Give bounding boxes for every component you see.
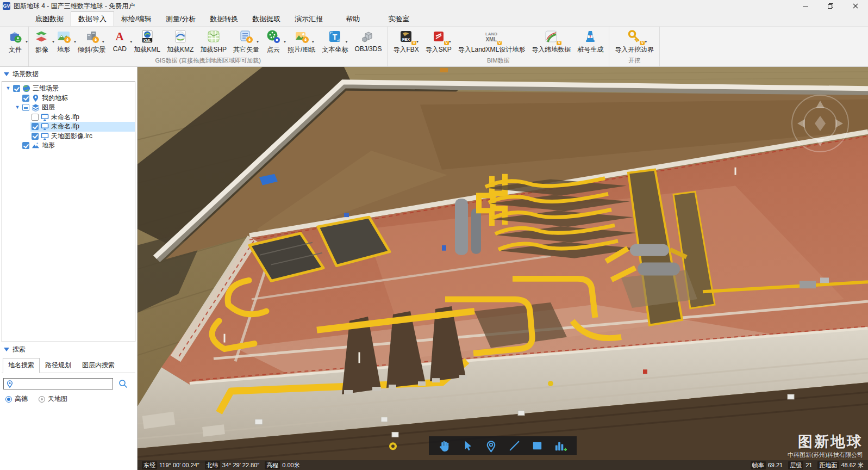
vip-badge: V [640,41,645,45]
draw-rectangle-tool-button[interactable] [530,438,545,453]
weidi-icon: V [544,29,559,44]
text-coord-button[interactable]: T▾文本坐标 [319,28,351,55]
map-viewport[interactable]: 图新地球 中科图新(苏州)科技有限公司 东经119° 00′ 00.24″北纬3… [138,67,868,470]
tree-item-label: 未命名.lfp [51,113,79,122]
provider-radio-1[interactable]: 天地图 [39,394,67,404]
visibility-checkbox[interactable] [22,142,29,149]
window-controls [793,0,868,12]
ribbon-tab-4[interactable]: 数据转换 [203,12,245,26]
search-panel-header[interactable]: 搜索 [0,342,137,356]
tree-item-label: 天地图影像.lrc [51,132,92,141]
expand-arrow-icon[interactable]: ▼ [4,86,12,91]
ribbon-tab-1[interactable]: 数据导入 [71,11,114,26]
visibility-checkbox[interactable] [32,123,39,130]
oblique-button[interactable]: ▾倾斜/实景 [74,28,109,55]
radio-label: 天地图 [48,394,67,404]
ribbon-button-label: 导入开挖边界 [615,45,654,54]
kml-icon: KML [140,29,155,44]
app-logo-icon: GV [3,2,10,10]
file-button[interactable]: ▾文件 [4,28,26,55]
pan-hand-tool-button[interactable] [438,438,452,453]
visibility-checkbox[interactable] [22,95,29,102]
weidi-button[interactable]: V导入纬地数据 [528,28,574,55]
obj3ds-button[interactable]: OBJ/3DS [351,28,385,53]
provider-radio-0[interactable]: 高德 [5,394,28,404]
kml-button[interactable]: KML加载KML [130,28,164,55]
stats-chart-tool-button[interactable] [554,438,568,453]
ribbon-tab-8[interactable]: 实验室 [381,12,416,26]
ribbon-tab-2[interactable]: 标绘/编辑 [114,12,159,26]
landxml-button[interactable]: LANDXMLV导入LandXML设计地形 [455,28,528,55]
cad-button[interactable]: A▾CAD [109,28,130,53]
tree-item[interactable]: ▼图层 [2,103,135,113]
ribbon-tab-7[interactable]: 帮助 [339,12,367,26]
placemark-tool-button[interactable] [484,438,498,453]
photo-button[interactable]: ▾照片/图纸 [284,28,319,55]
dropdown-arrow-icon: ▾ [416,40,419,44]
dropdown-arrow-icon: ▾ [102,40,104,44]
tree-item-label: 地形 [42,141,55,150]
status-value: 119° 00′ 00.24″ [157,462,199,468]
visibility-checkbox[interactable] [13,85,20,92]
compass-navigation-widget[interactable] [788,91,853,158]
ribbon-toolbar: ▾文件▾影像▾地形▾倾斜/实景A▾CADKML加载KML加载KMZ加载SHP▾其… [0,26,868,67]
ribbon-tab-6[interactable]: 演示汇报 [288,12,330,26]
status-label: 距地面 [817,461,839,469]
skp-button[interactable]: V▾导入SKP [422,28,455,55]
visibility-checkbox[interactable] [32,133,39,140]
kmz-button[interactable]: 加载KMZ [164,28,197,55]
restore-icon [827,3,834,9]
terrain-load-button[interactable]: ▾地形 [53,28,74,55]
stake-button[interactable]: 3桩号生成 [574,28,607,55]
minimize-button[interactable] [793,0,818,12]
radio-icon [5,396,12,403]
ribbon-button-label: 加载KMZ [167,45,193,54]
dropdown-arrow-icon: ▾ [449,40,451,44]
search-provider-radios: 高德天地图 [5,394,132,404]
excavation-button[interactable]: V▾导入开挖边界 [611,28,657,55]
fbx-button[interactable]: FBXV▾导入FBX [390,28,422,55]
placemark-icon [6,380,14,388]
search-input[interactable] [15,380,110,388]
search-tab-0[interactable]: 地名搜索 [3,358,40,373]
ribbon-tab-5[interactable]: 数据提取 [245,12,288,26]
status-label: 帧率 [751,461,766,469]
draw-line-tool-button[interactable] [507,438,521,453]
ribbon-tab-0[interactable]: 底图数据 [28,12,71,26]
visibility-checkbox[interactable] [22,104,29,111]
point-cloud-button[interactable]: ▾点云 [263,28,284,55]
minimize-icon [802,3,809,9]
status-label: 东经 [142,461,157,469]
tree-item[interactable]: 我的地标 [2,94,135,103]
collapse-arrow-icon [4,72,9,76]
close-button[interactable] [843,0,868,12]
tree-item[interactable]: 地形 [2,141,135,151]
dropdown-arrow-icon: ▾ [74,40,76,44]
globe-icon [22,84,30,92]
svg-text:A: A [116,30,124,43]
imagery-button[interactable]: ▾影像 [31,28,53,55]
other-vector-button[interactable]: ▾其它矢量 [230,28,263,55]
search-tab-2[interactable]: 图层内搜索 [77,358,120,373]
scene-panel-header[interactable]: 场景数据 [0,67,137,81]
select-cursor-tool-button[interactable] [461,438,475,453]
visibility-checkbox[interactable] [32,114,39,121]
search-tab-1[interactable]: 路径规划 [40,358,77,373]
status-label: 层级 [788,461,803,469]
expand-arrow-icon[interactable]: ▼ [14,105,21,110]
tree-item[interactable]: 未命名.lfp [2,113,135,122]
ribbon-tab-bar: 底图数据数据导入标绘/编辑测量/分析数据转换数据提取演示汇报帮助实验室 [0,12,868,26]
ribbon-button-label: OBJ/3DS [354,45,382,53]
imagery-icon: ▾ [34,29,49,44]
restore-button[interactable] [818,0,843,12]
svg-text:3: 3 [590,35,591,38]
ribbon-button-label: 文本坐标 [322,45,348,54]
tree-item[interactable]: 未命名.lfp [2,122,135,132]
close-icon [852,3,859,9]
tree-item[interactable]: 天地图影像.lrc [2,132,135,141]
tree-item[interactable]: ▼三维场景 [2,84,135,94]
search-button[interactable] [118,379,128,388]
ribbon-tab-3[interactable]: 测量/分析 [159,12,203,26]
shp-button[interactable]: 加载SHP [197,28,230,55]
svg-text:LAND: LAND [485,32,497,36]
